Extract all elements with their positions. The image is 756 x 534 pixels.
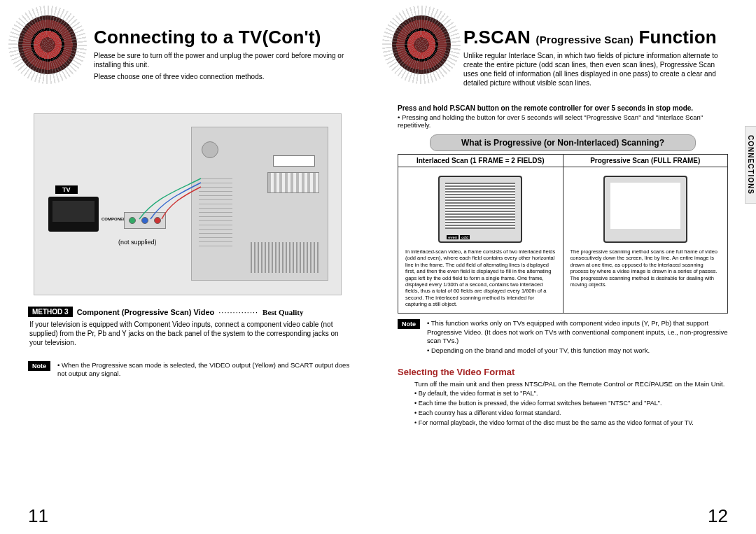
interlaced-header: Interlaced Scan (1 FRAME = 2 FIELDS)	[398, 155, 564, 167]
progressive-tv-icon	[603, 176, 687, 243]
page-12: CONNECTIONS P.SCAN (Progressive Scan) Fu…	[378, 0, 756, 534]
pscan-intro: Unlike regular Interlace Scan, in which …	[463, 51, 728, 87]
note-list: When the Progressive scan mode is select…	[57, 361, 358, 380]
tv-icon	[48, 197, 99, 232]
progressive-header: Progressive Scan (FULL FRAME)	[564, 155, 728, 167]
cable-illustration	[134, 170, 218, 240]
note-row: Note When the Progressive scan mode is s…	[28, 361, 358, 380]
interlaced-text: In interlaced-scan video, a frame consis…	[405, 248, 556, 307]
speaker-icon	[18, 15, 77, 74]
method-quality: Best Quality	[262, 308, 303, 316]
pscan-instr-list: Pressing and holding the button for over…	[398, 113, 728, 129]
intro-choose: Please choose one of three video connect…	[94, 72, 358, 81]
note-badge: Note	[28, 361, 50, 371]
video-format-instr: Turn off the main unit and then press NT…	[414, 380, 728, 388]
method-dots: ··············	[218, 308, 258, 316]
scan-comparison-box: Interlaced Scan (1 FRAME = 2 FIELDS) Pro…	[398, 154, 728, 314]
page-number: 11	[28, 505, 48, 527]
method-badge: METHOD 3	[28, 307, 73, 317]
interlaced-tv-icon: even odd	[438, 176, 522, 243]
manual-spread: Connecting to a TV(Con't) Please be sure…	[0, 0, 756, 534]
note-item: Depending on the brand and model of your…	[427, 346, 728, 355]
note-item: This function works only on TVs equipped…	[427, 319, 728, 345]
note-badge: Note	[398, 319, 420, 329]
note-list: This function works only on TVs equipped…	[427, 319, 728, 356]
page-title: Connecting to a TV(Con't)	[94, 27, 358, 48]
progressive-text: The progressive scanning method scans on…	[570, 248, 721, 288]
vfmt-item: Each time the button is pressed, the vid…	[414, 399, 728, 407]
pscan-instr-item: Pressing and holding the button for over…	[398, 113, 728, 129]
connection-diagram: TV COMPONENT (not supplied)	[34, 113, 342, 295]
page-number: 12	[708, 505, 728, 527]
vfmt-item: Each country has a different video forma…	[414, 409, 728, 417]
video-format-list: By default, the video format is set to "…	[414, 389, 728, 428]
video-format-heading: Selecting the Video Format	[398, 367, 728, 377]
page-11: Connecting to a TV(Con't) Please be sure…	[0, 0, 378, 534]
note-row: Note This function works only on TVs equ…	[398, 319, 728, 356]
vfmt-item: By default, the video format is set to "…	[414, 389, 728, 398]
not-supplied-label: (not supplied)	[118, 239, 157, 246]
scan-box-header: What is Progressive (or Non-Interlaced) …	[430, 134, 696, 151]
progressive-column: The progressive scanning method scans on…	[564, 167, 728, 313]
vfmt-item: For normal playback, the video format of…	[414, 419, 728, 427]
tv-label: TV	[55, 185, 78, 194]
pscan-instruction: Press and hold P.SCAN button on the remo…	[398, 104, 728, 112]
note-item: When the Progressive scan mode is select…	[57, 361, 358, 379]
section-tab: CONNECTIONS	[745, 126, 756, 204]
page-title: P.SCAN (Progressive Scan) Function	[463, 27, 728, 48]
method-desc: If your television is equipped with Comp…	[29, 320, 351, 347]
method-row: METHOD 3 Component (Progressive Scan) Vi…	[28, 307, 356, 317]
intro-warning: Please be sure to turn off the power and…	[94, 51, 358, 69]
interlaced-column: even odd In interlaced-scan video, a fra…	[398, 167, 564, 313]
method-title: Component (Progressive Scan) Video	[77, 308, 215, 316]
speaker-icon	[392, 15, 451, 74]
